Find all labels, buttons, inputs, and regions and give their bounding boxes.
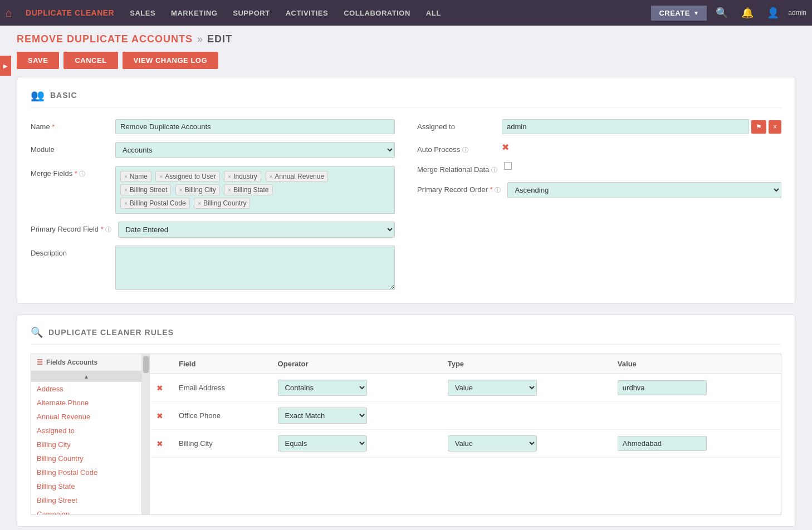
merge-fields-tags[interactable]: ×Name ×Assigned to User ×Industry ×Annua…: [115, 166, 395, 214]
module-label: Module: [31, 142, 109, 154]
row3-delete-button[interactable]: ✖: [156, 439, 163, 448]
row2-type-cell: [441, 402, 611, 430]
right-form-column: Assigned to ⚑ × Auto Process ⓘ: [417, 119, 781, 292]
tag-name: ×Name: [120, 171, 151, 182]
rules-table-area: Field Operator Type Value ✖: [150, 354, 781, 515]
field-item-billing-country[interactable]: Billing Country: [31, 452, 141, 465]
fields-panel-outer: ☰ Fields Accounts ▲ Address Alternate Ph…: [31, 354, 150, 515]
primary-record-field-select[interactable]: Date Entered Date Modified Name: [118, 222, 395, 238]
basic-section-title: BASIC: [50, 91, 77, 100]
fields-scroll-up-button[interactable]: ▲: [31, 371, 141, 382]
field-item-assigned-to[interactable]: Assigned to: [31, 424, 141, 438]
row1-operator-select[interactable]: Contains Equals Exact Match Starts With: [278, 380, 367, 396]
user-icon[interactable]: 👤: [762, 4, 784, 21]
field-item-campaign[interactable]: Campaign: [31, 507, 141, 514]
auto-process-control: ✖: [502, 142, 781, 153]
tag-x-billing-street[interactable]: ×: [124, 187, 128, 193]
field-item-billing-postal-code[interactable]: Billing Postal Code: [31, 465, 141, 479]
tag-x-billing-city[interactable]: ×: [179, 187, 183, 193]
row1-field-name: Email Address: [179, 384, 225, 392]
row2-delete-button[interactable]: ✖: [156, 411, 163, 420]
users-icon: 👥: [31, 89, 45, 102]
nav-item-collaboration[interactable]: COLLABORATION: [337, 0, 417, 26]
field-item-billing-street[interactable]: Billing Street: [31, 493, 141, 507]
merge-fields-label: Merge Fields * ⓘ: [31, 166, 109, 178]
row1-value-cell: [611, 374, 781, 402]
row3-value-input[interactable]: [618, 436, 707, 451]
row3-type-cell: Value Field: [441, 430, 611, 458]
row1-value-input[interactable]: [618, 380, 707, 395]
breadcrumb-current: EDIT: [207, 33, 232, 45]
cancel-button[interactable]: CANCEL: [63, 52, 118, 69]
field-item-billing-city[interactable]: Billing City: [31, 438, 141, 452]
assigned-to-flag-button[interactable]: ⚑: [751, 120, 766, 134]
tag-x-name[interactable]: ×: [124, 174, 128, 180]
nav-item-support[interactable]: SUPPORT: [226, 0, 276, 26]
name-control: [115, 119, 395, 134]
tag-x-billing-state[interactable]: ×: [228, 187, 231, 193]
auto-process-label: Auto Process ⓘ: [417, 142, 495, 154]
primary-record-field-control: Date Entered Date Modified Name: [118, 222, 395, 238]
rules-table-head: Field Operator Type Value: [150, 354, 781, 374]
col-operator: Operator: [271, 354, 441, 374]
notifications-icon[interactable]: 🔔: [737, 4, 758, 21]
row3-operator-select[interactable]: Contains Equals Exact Match Starts With: [278, 435, 367, 452]
assigned-to-clear-button[interactable]: ×: [769, 120, 781, 134]
create-dropdown-arrow: ▼: [693, 10, 699, 16]
tag-billing-street: ×Billing Street: [120, 184, 171, 195]
merge-relational-checkbox[interactable]: [504, 162, 512, 170]
module-select[interactable]: Accounts Contacts Leads Opportunities: [115, 142, 395, 158]
rules-table-header-row: Field Operator Type Value: [150, 354, 781, 374]
nav-item-marketing[interactable]: MARKETING: [164, 0, 224, 26]
tag-x-billing-postal[interactable]: ×: [124, 200, 128, 207]
create-button[interactable]: CREATE ▼: [651, 6, 707, 21]
merge-fields-row: Merge Fields * ⓘ ×Name ×Assigned to User…: [31, 166, 395, 214]
field-item-alternate-phone[interactable]: Alternate Phone: [31, 396, 141, 410]
rules-section-title: DUPLICATE CLEANER RULES: [48, 328, 174, 337]
fields-panel-header: ☰ Fields Accounts: [31, 354, 141, 371]
nav-right: CREATE ▼ 🔍 🔔 👤 admin: [651, 4, 806, 21]
primary-record-order-control: Ascending Descending: [507, 182, 781, 198]
sidebar-toggle-button[interactable]: ▶: [0, 56, 11, 76]
auto-process-info-icon[interactable]: ⓘ: [462, 146, 468, 153]
tag-x-annual-revenue[interactable]: ×: [270, 174, 273, 180]
merge-fields-info-icon[interactable]: ⓘ: [79, 170, 85, 177]
field-item-address[interactable]: Address: [31, 382, 141, 396]
merge-relational-info-icon[interactable]: ⓘ: [491, 166, 497, 173]
breadcrumb-parent[interactable]: REMOVE DUPLICATE ACCOUNTS: [17, 33, 193, 45]
home-icon[interactable]: ⌂: [6, 7, 12, 19]
field-item-annual-revenue[interactable]: Annual Revenue: [31, 410, 141, 424]
tag-x-assigned[interactable]: ×: [159, 174, 163, 180]
nav-item-activities[interactable]: ACTIVITIES: [279, 0, 335, 26]
description-textarea[interactable]: [115, 246, 395, 290]
nav-brand[interactable]: DUPLICATE CLEANER: [19, 0, 121, 26]
nav-item-sales[interactable]: SALES: [123, 0, 162, 26]
field-item-billing-state[interactable]: Billing State: [31, 479, 141, 493]
save-button[interactable]: SAVE: [17, 52, 59, 69]
nav-item-all[interactable]: ALL: [419, 0, 448, 26]
rules-header: 🔍 DUPLICATE CLEANER RULES: [31, 326, 781, 345]
row2-operator-select[interactable]: Contains Equals Exact Match Starts With: [278, 408, 367, 424]
primary-record-order-info-icon[interactable]: ⓘ: [495, 187, 501, 193]
search-icon[interactable]: 🔍: [711, 4, 732, 21]
primary-record-field-label: Primary Record Field * ⓘ: [31, 222, 111, 234]
fields-panel-scrollbar[interactable]: [142, 354, 150, 515]
assigned-to-label: Assigned to: [417, 119, 495, 131]
primary-record-order-select[interactable]: Ascending Descending: [507, 182, 781, 198]
basic-form: Name * Module Accounts Contacts Leads: [31, 119, 781, 292]
auto-process-checkbox[interactable]: ✖: [502, 143, 509, 152]
row2-field-name: Office Phone: [179, 411, 221, 420]
row1-type-select[interactable]: Value Field: [448, 380, 537, 396]
primary-record-info-icon[interactable]: ⓘ: [105, 226, 111, 233]
assigned-to-input[interactable]: [502, 119, 749, 134]
view-change-log-button[interactable]: VIEW CHANGE LOG: [123, 52, 218, 69]
row3-type-select[interactable]: Value Field: [448, 435, 537, 452]
row3-delete-cell: ✖: [150, 430, 172, 458]
table-row: ✖ Email Address Contains Equals Exact Ma…: [150, 374, 781, 402]
name-input[interactable]: [115, 119, 395, 134]
tag-x-billing-country[interactable]: ×: [198, 200, 201, 207]
tag-x-industry[interactable]: ×: [228, 174, 231, 180]
col-delete: [150, 354, 172, 374]
row1-delete-button[interactable]: ✖: [156, 384, 163, 392]
name-label: Name *: [31, 119, 109, 131]
